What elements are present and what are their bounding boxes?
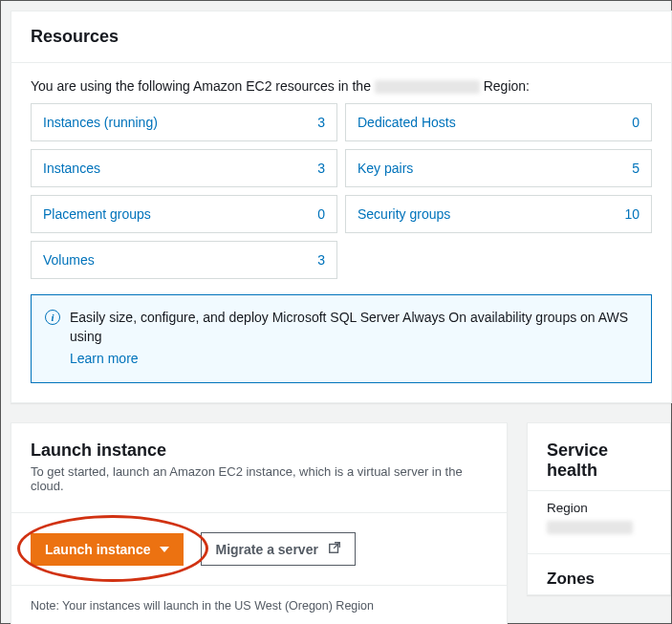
resource-label: Instances (43, 161, 100, 176)
service-health-body: Region (528, 490, 670, 553)
resource-label: Volumes (43, 252, 95, 268)
zones-heading: Zones (547, 570, 651, 589)
service-region-redacted (547, 521, 633, 534)
resource-count: 0 (632, 115, 639, 130)
launch-header: Launch instance (11, 423, 507, 464)
resource-instances-running[interactable]: Instances (running) 3 (31, 103, 337, 141)
resources-header: Resources (11, 11, 671, 53)
migrate-button-label: Migrate a server (215, 542, 317, 557)
launch-note: Note: Your instances will launch in the … (11, 585, 507, 624)
launch-actions: Launch instance Migrate a server (11, 512, 507, 585)
resources-heading: Resources (31, 27, 652, 47)
resource-placement-groups[interactable]: Placement groups 0 (31, 195, 337, 233)
info-banner: i Easily size, configure, and deploy Mic… (31, 294, 652, 383)
info-icon: i (45, 310, 60, 325)
resource-count: 3 (317, 252, 325, 268)
region-label: Region (547, 501, 651, 515)
launch-instance-panel: Launch instance To get started, launch a… (11, 422, 508, 624)
resource-empty-cell (345, 241, 652, 279)
intro-suffix: Region: (484, 78, 530, 94)
chevron-down-icon (160, 547, 169, 552)
resources-panel: Resources You are using the following Am… (11, 11, 672, 403)
launch-subtext: To get started, launch an Amazon EC2 ins… (11, 464, 507, 493)
resource-label: Security groups (358, 206, 450, 222)
info-text: Easily size, configure, and deploy Micro… (70, 309, 638, 369)
resource-label: Key pairs (358, 161, 413, 176)
zones-header: Zones (528, 553, 670, 594)
resources-intro: You are using the following Amazon EC2 r… (11, 62, 671, 103)
info-message: Easily size, configure, and deploy Micro… (70, 310, 628, 344)
resource-label: Dedicated Hosts (358, 115, 456, 130)
resource-instances[interactable]: Instances 3 (31, 149, 337, 187)
intro-prefix: You are using the following Amazon EC2 r… (31, 78, 371, 94)
resource-label: Instances (running) (43, 115, 158, 130)
resource-label: Placement groups (43, 206, 151, 222)
resource-count: 3 (317, 161, 325, 176)
external-link-icon (328, 541, 341, 557)
resource-grid: Instances (running) 3 Dedicated Hosts 0 … (11, 103, 671, 279)
launch-button-label: Launch instance (45, 542, 150, 557)
launch-instance-button[interactable]: Launch instance (31, 533, 184, 566)
resource-count: 10 (624, 206, 639, 222)
service-health-heading: Service health (547, 441, 651, 481)
service-health-header: Service health (528, 423, 670, 490)
ec2-dashboard: Resources You are using the following Am… (0, 0, 672, 624)
resource-count: 5 (632, 161, 639, 176)
learn-more-link[interactable]: Learn more (70, 350, 139, 369)
resource-security-groups[interactable]: Security groups 10 (345, 195, 652, 233)
resource-dedicated-hosts[interactable]: Dedicated Hosts 0 (345, 103, 652, 141)
resource-count: 3 (317, 115, 325, 130)
migrate-server-button[interactable]: Migrate a server (201, 532, 355, 566)
dashboard-row: Launch instance To get started, launch a… (11, 422, 671, 624)
resource-key-pairs[interactable]: Key pairs 5 (345, 149, 652, 187)
resource-count: 0 (317, 206, 325, 222)
resource-volumes[interactable]: Volumes 3 (31, 241, 337, 279)
region-name-redacted (375, 80, 480, 94)
launch-heading: Launch instance (31, 441, 488, 461)
service-health-panel: Service health Region Zones (527, 422, 671, 595)
